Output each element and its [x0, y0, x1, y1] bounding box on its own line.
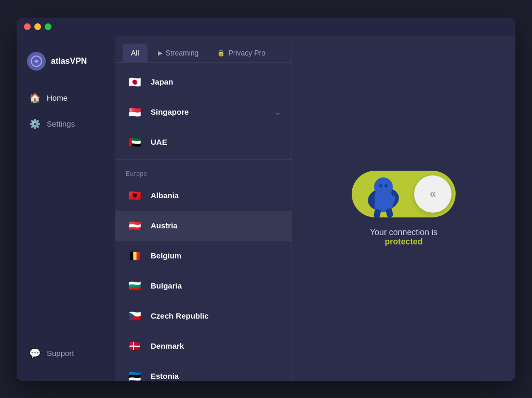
singapore-flag: 🇸🇬: [126, 103, 143, 121]
connection-status: Your connection is protected: [370, 228, 437, 246]
denmark-flag: 🇩🇰: [126, 337, 143, 355]
list-item[interactable]: 🇦🇱 Albania: [115, 181, 291, 211]
singapore-name: Singapore: [151, 107, 268, 116]
svg-point-3: [374, 177, 393, 196]
toggle-knob-icon: «: [430, 187, 436, 201]
list-item[interactable]: 🇪🇪 Estonia: [115, 361, 291, 381]
support-label: Support: [47, 349, 74, 358]
chevron-down-icon: ⌄: [275, 108, 281, 116]
titlebar: [17, 18, 515, 36]
tab-privacy-pro-label: Privacy Pro: [228, 49, 265, 57]
maximize-button[interactable]: [45, 23, 51, 30]
bulgaria-flag: 🇧🇬: [126, 277, 143, 295]
japan-flag: 🇯🇵: [126, 73, 143, 91]
uae-name: UAE: [151, 138, 281, 146]
estonia-name: Estonia: [151, 372, 281, 380]
close-button[interactable]: [24, 23, 31, 30]
status-text: Your connection is: [370, 228, 437, 237]
traffic-lights: [24, 23, 51, 30]
logo-icon: [27, 52, 46, 71]
austria-flag: 🇦🇹: [126, 217, 143, 235]
divider: [115, 159, 291, 160]
server-list[interactable]: 🇯🇵 Japan 🇸🇬 Singapore ⌄ 🇦🇪 UAE: [115, 63, 291, 381]
tab-streaming-label: Streaming: [166, 49, 199, 57]
connection-widget: « Your connection is protected: [352, 171, 456, 246]
czech-flag: 🇨🇿: [126, 307, 143, 325]
belgium-flag: 🇧🇪: [126, 247, 143, 265]
minimize-button[interactable]: [34, 23, 41, 30]
toggle-knob[interactable]: «: [414, 175, 451, 213]
sidebar-bottom: 💬 Support: [17, 336, 115, 370]
status-highlight: protected: [370, 237, 437, 246]
tab-all-label: All: [131, 49, 139, 57]
list-item[interactable]: 🇧🇪 Belgium: [115, 241, 291, 271]
estonia-flag: 🇪🇪: [126, 367, 143, 381]
streaming-icon: ▶: [158, 49, 163, 57]
home-icon: 🏠: [29, 92, 41, 104]
austria-name: Austria: [151, 221, 281, 230]
japan-name: Japan: [151, 77, 281, 86]
vpn-character: [360, 168, 407, 217]
svg-point-5: [384, 184, 388, 187]
sidebar-item-settings[interactable]: ⚙️ Settings: [22, 112, 110, 136]
list-item[interactable]: 🇦🇹 Austria: [115, 211, 291, 241]
app-body: atlasVPN 🏠 Home ⚙️ Settings 💬 Support: [17, 36, 515, 381]
settings-icon: ⚙️: [29, 118, 41, 130]
list-item[interactable]: 🇦🇪 UAE: [115, 127, 291, 157]
uae-flag: 🇦🇪: [126, 133, 143, 151]
sidebar-item-support[interactable]: 💬 Support: [22, 341, 110, 365]
europe-section-label: Europe: [115, 162, 291, 181]
logo-text: atlasVPN: [51, 57, 87, 66]
albania-name: Albania: [151, 191, 281, 200]
support-icon: 💬: [29, 348, 41, 359]
denmark-name: Denmark: [151, 341, 281, 350]
sidebar-item-home-label: Home: [47, 93, 68, 102]
list-item[interactable]: 🇧🇬 Bulgaria: [115, 271, 291, 301]
app-window: atlasVPN 🏠 Home ⚙️ Settings 💬 Support: [17, 18, 515, 381]
bulgaria-name: Bulgaria: [151, 281, 281, 290]
sidebar: atlasVPN 🏠 Home ⚙️ Settings 💬 Support: [17, 36, 115, 381]
connection-toggle[interactable]: «: [352, 171, 456, 217]
albania-flag: 🇦🇱: [126, 187, 143, 204]
main-content: All ▶ Streaming 🔒 Privacy Pro 🇯🇵: [115, 36, 515, 381]
sidebar-item-home[interactable]: 🏠 Home: [22, 86, 110, 110]
tab-privacy-pro[interactable]: 🔒 Privacy Pro: [209, 44, 274, 62]
czech-name: Czech Republic: [151, 311, 281, 320]
tab-all[interactable]: All: [123, 44, 148, 62]
list-item[interactable]: 🇯🇵 Japan: [115, 67, 291, 97]
logo-section: atlasVPN: [17, 47, 115, 86]
list-item[interactable]: 🇩🇰 Denmark: [115, 331, 291, 361]
tabs: All ▶ Streaming 🔒 Privacy Pro: [115, 36, 291, 63]
lock-icon: 🔒: [217, 49, 225, 57]
list-item[interactable]: 🇸🇬 Singapore ⌄: [115, 97, 291, 127]
tab-streaming[interactable]: ▶ Streaming: [150, 44, 207, 62]
belgium-name: Belgium: [151, 251, 281, 260]
right-panel: « Your connection is protected: [292, 36, 515, 381]
svg-point-4: [379, 184, 382, 187]
nav-items: 🏠 Home ⚙️ Settings: [17, 86, 115, 336]
sidebar-item-settings-label: Settings: [47, 119, 75, 128]
server-panel: All ▶ Streaming 🔒 Privacy Pro 🇯🇵: [115, 36, 292, 381]
list-item[interactable]: 🇨🇿 Czech Republic: [115, 301, 291, 331]
